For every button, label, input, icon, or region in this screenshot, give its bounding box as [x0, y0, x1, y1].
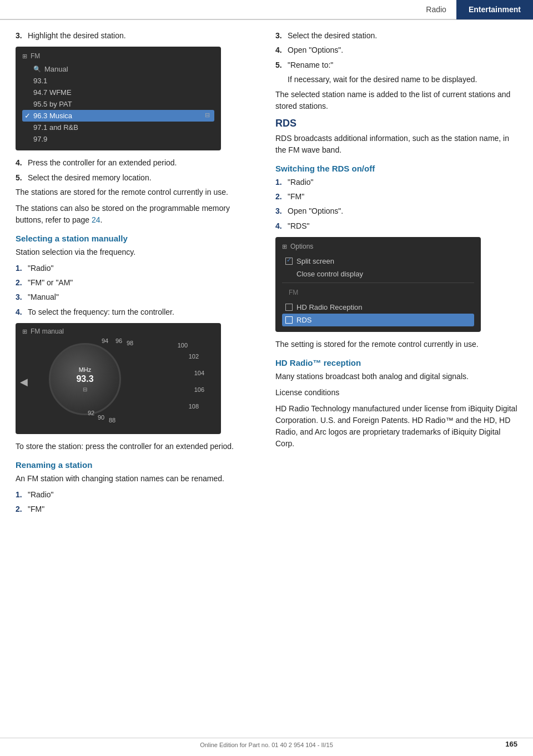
options-icon: ⊞: [282, 243, 287, 250]
section-title-selecting: Selecting a station manually: [16, 234, 253, 243]
step5-text: Select the desired memory location.: [28, 172, 152, 183]
right-step5-num: 5.: [275, 59, 288, 70]
section-title-hd: HD Radio™ reception: [275, 358, 520, 367]
sel-step-1: 1. "Radio": [16, 263, 253, 274]
page-ref-link[interactable]: 24: [92, 215, 100, 224]
ren-step2-text: "FM": [28, 503, 44, 515]
freq-100: 100: [178, 342, 188, 349]
freq-92: 92: [88, 410, 94, 416]
freq-88: 88: [109, 417, 115, 424]
opt-close-control: Close control display: [282, 268, 474, 280]
selected-para: The selected station name is added to th…: [275, 89, 520, 112]
ren-step-1: 1. "Radio": [16, 489, 253, 500]
sw-step-3: 3. Open "Options".: [275, 205, 520, 216]
freq-106: 106: [194, 386, 204, 393]
sel-step2-text: "FM" or "AM": [28, 277, 73, 288]
footer-text: Online Edition for Part no. 01 40 2 954 …: [200, 742, 333, 748]
options-list: Split screen Close control display FM HD…: [282, 255, 474, 326]
right-step-5: 5. "Rename to:": [275, 59, 520, 70]
opt-hd-radio: HD Radio Reception: [282, 301, 474, 314]
para-programmable: The stations can also be stored on the p…: [16, 203, 253, 226]
page-header: Radio Entertainment: [0, 0, 533, 20]
sel-step2-num: 2.: [16, 277, 28, 288]
sel-step3-num: 3.: [16, 291, 28, 303]
options-header: ⊞ Options: [282, 243, 474, 250]
right-step-3: 3. Select the desired station.: [275, 30, 520, 41]
fm-manual-screen: ⊞ FM manual ◀ MHz 93.3 ⊟ 100 102 104 106…: [16, 323, 221, 434]
right-step-4: 4. Open "Options".: [275, 44, 520, 56]
setting-para: The setting is stored for the remote con…: [275, 339, 520, 350]
hd-para1: Many stations broadcast both analog and …: [275, 371, 520, 382]
para-stored-remote: The stations are stored for the remote c…: [16, 187, 253, 198]
section-title-renaming: Renaming a station: [16, 460, 253, 470]
fm-manual-label: FM manual: [31, 327, 64, 335]
dial-storage-icon: ⊟: [83, 386, 87, 392]
sel-step-4: 4. To select the frequency: turn the con…: [16, 306, 253, 317]
step4-text: Press the controller for an extended per…: [28, 157, 177, 168]
right-step3-text: Select the desired station.: [288, 30, 377, 41]
right-step5-text: "Rename to:": [288, 59, 333, 70]
section-title-switching: Switching the RDS on/off: [275, 164, 520, 173]
fm-item-979: 97.9: [22, 133, 214, 145]
hd-para3: HD Radio Technology manufactured under l…: [275, 403, 520, 450]
dial-frequency: 93.3: [76, 374, 93, 384]
rds-para: RDS broadcasts additional information, s…: [275, 133, 520, 156]
right-column: 3. Select the desired station. 4. Open "…: [266, 30, 533, 518]
opt-hd-radio-label: HD Radio Reception: [296, 303, 363, 311]
fm-item-947: 94.7 WFME: [22, 87, 214, 98]
right-step3-num: 3.: [275, 30, 288, 41]
opt-rds-label: RDS: [296, 316, 311, 324]
sw-step3-text: Open "Options".: [288, 205, 343, 216]
left-column: 3. Highlight the desired station. ⊞ FM 🔍…: [0, 30, 266, 518]
fm-manual-icon: ⊞: [22, 328, 27, 335]
freq-96: 96: [115, 337, 122, 344]
sel-step4-text: To select the frequency: turn the contro…: [28, 306, 174, 317]
main-content: 3. Highlight the desired station. ⊞ FM 🔍…: [0, 20, 533, 518]
ren-step2-num: 2.: [16, 503, 28, 515]
opt-split-screen: Split screen: [282, 255, 474, 268]
page-number: 165: [505, 740, 517, 748]
storage-icon: ⊟: [205, 112, 210, 119]
sel-step-2: 2. "FM" or "AM": [16, 277, 253, 288]
step5-number: 5.: [16, 172, 28, 183]
dial-mhz-label: MHz: [79, 366, 92, 374]
renaming-intro: An FM station with changing station name…: [16, 473, 253, 485]
store-para: To store the station: press the controll…: [16, 441, 253, 452]
ren-step1-text: "Radio": [28, 489, 54, 500]
step-3-highlight: 3. Highlight the desired station.: [16, 30, 253, 41]
checkmark-icon: ✓: [24, 112, 31, 120]
hd-radio-checkbox: [285, 304, 293, 311]
opt-fm-label: FM: [285, 286, 301, 299]
fm-item-93: 93.1: [22, 75, 214, 87]
ren-step1-num: 1.: [16, 489, 28, 500]
sw-step4-text: "RDS": [288, 220, 310, 231]
footer: Online Edition for Part no. 01 40 2 954 …: [0, 738, 533, 748]
fm-item-manual: 🔍 Manual: [22, 63, 214, 75]
opt-section-fm: FM: [282, 283, 474, 301]
dial-container: ◀ MHz 93.3 ⊟ 100 102 104 106 108 98 96 9…: [16, 337, 221, 426]
opt-close-label: Close control display: [285, 270, 363, 278]
rds-checkbox: [285, 316, 293, 324]
opt-split-screen-label: Split screen: [296, 257, 334, 265]
sel-step4-num: 4.: [16, 306, 28, 317]
sw-step-1: 1. "Radio": [275, 177, 520, 188]
dial-circle: MHz 93.3 ⊟: [49, 343, 121, 415]
sel-step1-num: 1.: [16, 263, 28, 274]
options-header-label: Options: [290, 243, 313, 250]
sw-step-4: 4. "RDS": [275, 220, 520, 231]
freq-90: 90: [98, 414, 104, 421]
sw-step3-num: 3.: [275, 205, 288, 216]
step4-number: 4.: [16, 157, 28, 168]
fm-item-971: 97.1 and R&B: [22, 122, 214, 133]
hd-para2: License conditions: [275, 387, 520, 399]
freq-94: 94: [102, 337, 108, 344]
sel-step-3: 3. "Manual": [16, 291, 253, 303]
sw-step1-text: "Radio": [288, 177, 314, 188]
freq-102: 102: [189, 353, 199, 360]
left-arrow-icon: ◀: [20, 376, 28, 388]
sw-step2-num: 2.: [275, 191, 288, 202]
sw-step1-num: 1.: [275, 177, 288, 188]
section-title-rds: RDS: [275, 118, 520, 129]
step3-number: 3.: [16, 30, 28, 41]
freq-98: 98: [127, 340, 133, 346]
